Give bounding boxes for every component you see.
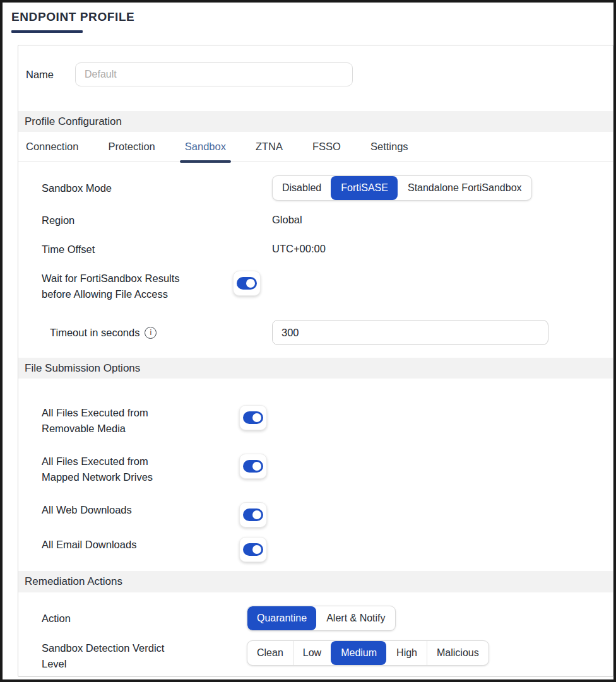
wait-for-results-label: Wait for FortiSandbox Results before All…	[42, 271, 233, 302]
sandbox-mode-label: Sandbox Mode	[42, 175, 272, 201]
title-underline	[11, 30, 83, 33]
tab-ztna[interactable]: ZTNA	[253, 132, 285, 162]
timeout-label-group: Timeout in seconds i	[50, 320, 272, 345]
email-downloads-label: All Email Downloads	[42, 537, 239, 553]
verdict-option-low[interactable]: Low	[293, 641, 331, 665]
timeout-label: Timeout in seconds	[50, 320, 139, 345]
action-segmented-control: Quarantine Alert & Notify	[247, 606, 396, 631]
tab-connection[interactable]: Connection	[23, 132, 81, 162]
tab-bar: Connection Protection Sandbox ZTNA FSSO …	[18, 132, 613, 162]
timeout-input[interactable]	[272, 320, 548, 345]
remediation-settings: Action Quarantine Alert & Notify Sandbox…	[18, 592, 613, 672]
tab-protection[interactable]: Protection	[105, 132, 157, 162]
verdict-option-medium[interactable]: Medium	[331, 641, 386, 665]
name-label: Name	[26, 69, 75, 81]
section-heading: Remediation Actions	[25, 575, 122, 588]
verdict-level-row: Sandbox Detection Verdict Level Clean Lo…	[42, 640, 613, 672]
tab-fsso[interactable]: FSSO	[310, 132, 343, 162]
sandbox-mode-row: Sandbox Mode Disabled FortiSASE Standalo…	[42, 175, 613, 201]
removable-media-row: All Files Executed from Removable Media	[42, 405, 613, 437]
verdict-option-malicious[interactable]: Malicious	[427, 641, 489, 665]
name-row: Name	[26, 62, 613, 86]
section-heading: File Submission Options	[25, 362, 140, 375]
page-title: ENDPOINT PROFILE	[11, 10, 134, 24]
sandbox-mode-option-standalone-fortisandbox[interactable]: Standalone FortiSandbox	[398, 176, 531, 200]
action-label: Action	[42, 606, 247, 631]
action-option-quarantine[interactable]: Quarantine	[247, 606, 316, 630]
wait-for-results-row: Wait for FortiSandbox Results before All…	[42, 271, 613, 306]
time-offset-row: Time Offset UTC+00:00	[42, 242, 613, 257]
sandbox-mode-option-fortisase[interactable]: FortiSASE	[331, 176, 398, 200]
section-header-file-submission-options: File Submission Options	[18, 358, 613, 379]
time-offset-label: Time Offset	[42, 242, 272, 257]
email-downloads-row: All Email Downloads	[42, 537, 613, 562]
info-icon[interactable]: i	[145, 327, 157, 339]
sandbox-mode-segmented-control: Disabled FortiSASE Standalone FortiSandb…	[272, 175, 532, 201]
email-downloads-toggle[interactable]	[239, 537, 267, 562]
verdict-option-clean[interactable]: Clean	[247, 641, 293, 665]
verdict-level-label: Sandbox Detection Verdict Level	[42, 640, 247, 672]
wait-for-results-toggle[interactable]	[233, 271, 261, 296]
removable-media-toggle[interactable]	[239, 405, 267, 430]
action-option-alert-notify[interactable]: Alert & Notify	[316, 606, 394, 630]
verdict-option-high[interactable]: High	[386, 641, 427, 665]
tab-settings[interactable]: Settings	[368, 132, 411, 162]
mapped-network-drives-label: All Files Executed from Mapped Network D…	[42, 454, 239, 485]
toggle-pill-on	[243, 411, 263, 424]
toggle-pill-on	[243, 543, 263, 556]
section-header-remediation-actions: Remediation Actions	[18, 571, 613, 592]
sandbox-mode-option-disabled[interactable]: Disabled	[273, 176, 331, 200]
action-row: Action Quarantine Alert & Notify	[42, 606, 613, 631]
time-offset-value: UTC+00:00	[272, 242, 326, 256]
region-value: Global	[272, 213, 302, 226]
profile-panel: Name Profile Configuration Connection Pr…	[18, 45, 613, 677]
name-input[interactable]	[75, 62, 353, 86]
toggle-pill-on	[243, 460, 263, 473]
web-downloads-label: All Web Downloads	[42, 502, 239, 518]
section-heading: Profile Configuration	[25, 115, 122, 128]
timeout-row: Timeout in seconds i	[42, 320, 613, 345]
mapped-network-drives-row: All Files Executed from Mapped Network D…	[42, 454, 613, 485]
toggle-pill-on	[243, 509, 263, 521]
web-downloads-row: All Web Downloads	[42, 502, 613, 527]
region-row: Region Global	[42, 213, 613, 228]
mapped-network-drives-toggle[interactable]	[239, 454, 267, 479]
web-downloads-toggle[interactable]	[239, 502, 267, 527]
endpoint-profile-window: ENDPOINT PROFILE Name Profile Configurat…	[0, 0, 616, 682]
file-submission-settings: All Files Executed from Removable Media …	[18, 379, 613, 562]
tab-sandbox[interactable]: Sandbox	[182, 132, 228, 162]
section-header-profile-configuration: Profile Configuration	[18, 111, 613, 132]
sandbox-settings: Sandbox Mode Disabled FortiSASE Standalo…	[18, 162, 613, 345]
verdict-segmented-control: Clean Low Medium High Malicious	[247, 640, 489, 666]
removable-media-label: All Files Executed from Removable Media	[42, 405, 239, 437]
region-label: Region	[42, 213, 272, 228]
toggle-pill-on	[237, 277, 257, 290]
